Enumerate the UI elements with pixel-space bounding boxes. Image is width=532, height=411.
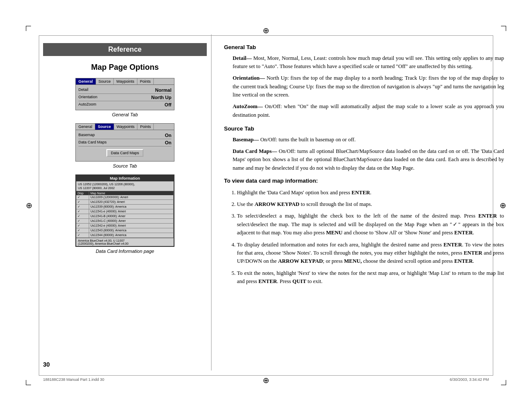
disp-cell-2: ✓ [76, 200, 89, 204]
tab-waypoints: Waypoints [114, 78, 137, 84]
datacardmaps-row: Data Card Maps On [78, 139, 171, 146]
datacard-row-7: ✓ Us11542-e (40000): Ameri [76, 224, 174, 228]
detail-label: Detail [78, 87, 88, 93]
map-page-title: Map Page Options [43, 63, 207, 72]
view-heading: To view data card map information: [224, 177, 504, 185]
orientation-label: Orientation [78, 95, 97, 100]
step-5: To exit the notes, highlight 'Next' to v… [237, 269, 504, 286]
mapname-cell-6: Us11541-C (40000): Amer [89, 219, 174, 223]
source-tab-content: Basemap On Data Card Maps On Data Card M… [76, 130, 174, 161]
mapname-cell-3: Us11539 (80000): America [89, 205, 174, 209]
reference-header: Reference [43, 43, 207, 56]
datacard-table-header: Disp Map Name [76, 191, 174, 195]
left-mark: ⊕ [26, 201, 32, 210]
step-1: Highlight the 'Data Card Maps' option bo… [237, 189, 504, 197]
mapname-cell-1: Us11009 (12000000): Ameri [89, 195, 174, 199]
disp-header: Disp [76, 191, 89, 195]
mapname-header: Map Name [89, 191, 174, 195]
basemap-bold: Basemap— [233, 137, 259, 143]
step4-menu: MENU, [344, 258, 362, 264]
mapname-cell-2: Us11520 (432720): Ameri [89, 200, 174, 204]
column-divider [211, 34, 212, 371]
center-mark-bottom: ⊕ [263, 376, 269, 385]
detail-value: Normal [155, 87, 171, 93]
tab-bar-source: General Source Waypoints Points [76, 124, 174, 130]
step3-menu: MENU [326, 230, 342, 236]
step1-enter: ENTER [352, 190, 370, 196]
mapname-cell-7: Us11542-e (40000): Ameri [89, 224, 174, 228]
source-tab-datacardmaps: Data Card Maps— On/Off: turns all option… [224, 147, 504, 172]
general-tab-orientation: Orientation— North Up: fixes the top of … [224, 74, 504, 99]
datacard-row-3: ✓ Us11539 (80000): America [76, 205, 174, 209]
datacard-info: US 12052 (12000200), US 12206 (80000), U… [76, 181, 174, 191]
disp-cell-6: ✓ [76, 219, 89, 223]
step2-arrowkeypad: ARROW KEYPAD [255, 201, 299, 207]
source-tab-waypoints: Waypoints [114, 124, 138, 130]
disp-cell-3: ✓ [76, 205, 89, 209]
basemap-value: On [165, 133, 171, 138]
tab-general-active: General [76, 78, 96, 84]
general-tab-detail: Detail— Most, More, Normal, Less, Least:… [224, 54, 504, 71]
data-card-maps-button[interactable]: Data Card Maps [106, 149, 143, 157]
datacard-row-8: ✓ Us11543 (80000): America [76, 228, 174, 233]
step4-enter3: ENTER [454, 258, 473, 264]
disp-cell-5: ✓ [76, 214, 89, 218]
tab-bar-general: General Source Waypoints Points [76, 78, 174, 85]
general-tab-screenshot: General Source Waypoints Points Detail N… [75, 78, 174, 110]
step-2: Use the ARROW KEYPAD to scroll through t… [237, 200, 504, 209]
step4-arrowkeypad: ARROW KEYPAD [278, 258, 323, 264]
general-tab-heading: General Tab [224, 43, 504, 52]
step4-enter2: ENTER [464, 250, 482, 256]
general-tab-caption: General Tab [43, 112, 207, 117]
source-tab-heading: Source Tab [224, 125, 504, 133]
disp-cell-7: ✓ [76, 224, 89, 228]
disp-cell-9: ✓ [76, 233, 89, 237]
datacard-row-9: ✓ Us11544 (80000): America [76, 233, 174, 238]
orientation-row: Orientation North Up [78, 94, 171, 101]
mapname-cell-5: Us11541-B (40000): Amer [89, 214, 174, 218]
source-tab-source: Source [95, 124, 114, 130]
border-top [39, 35, 493, 36]
datacard-row-6: ✓ Us11541-C (40000): Amer [76, 219, 174, 224]
source-tab-caption: Source Tab [43, 163, 207, 168]
corner-tl [26, 26, 31, 31]
corner-bl [26, 380, 31, 385]
autozoom-bold: AutoZoom— [233, 103, 263, 109]
step5-quit: QUIT [292, 278, 306, 284]
autozoom-row: AutoZoom Off [78, 101, 171, 108]
detail-row: Detail Normal [78, 87, 171, 94]
page-number: 30 [43, 361, 50, 368]
footer-left: 188188C238 Manual Part 1.indd 30 [43, 377, 104, 382]
step3-enter2: ENTER [454, 230, 473, 236]
datacard-title: Map Information [76, 175, 174, 181]
page-container: ⊕ ⊕ ⊕ ⊕ Reference Map Page Options Gener… [0, 0, 532, 411]
step5-enter: ENTER [258, 278, 277, 284]
border-left [39, 35, 39, 376]
datacard-row-5: ✓ Us11541-B (40000): Amer [76, 214, 174, 219]
disp-cell-8: ✓ [76, 228, 89, 233]
tab-source: Source [96, 78, 114, 84]
step-3: To select/deselect a map, highlight the … [237, 212, 504, 237]
corner-tr [501, 26, 506, 31]
datacard-screenshot: Map Information US 12052 (12000200), US … [75, 174, 174, 247]
datacardmaps-label: Data Card Maps [78, 140, 107, 145]
source-tab-general: General [76, 124, 95, 130]
orientation-value: North Up [151, 95, 171, 100]
datacard-caption: Data Card Information page [43, 249, 207, 254]
source-tab-screenshot: General Source Waypoints Points Basemap … [75, 123, 174, 162]
source-tab-basemap: Basemap— On/Off: turns the built in base… [224, 136, 504, 144]
datacard-footer: America BlueChart v4.00, U 11007 (120002… [76, 238, 174, 246]
mapname-cell-9: Us11544 (80000): America [89, 233, 174, 237]
general-tab-autozoom: AutoZoom— On/Off: when "On" the map will… [224, 103, 504, 119]
corner-br [501, 380, 506, 385]
tab-points: Points [137, 78, 154, 84]
steps-list: Highlight the 'Data Card Maps' option bo… [224, 189, 504, 286]
step4-enter1: ENTER [443, 242, 462, 248]
autozoom-label: AutoZoom [78, 102, 96, 107]
mapname-cell-4: Us11541-e (40000): Ameri [89, 209, 174, 214]
datacardmaps-bold: Data Card Maps— [233, 148, 277, 154]
footer-right: 6/30/2003, 3:34:42 PM [450, 377, 489, 382]
right-column: General Tab Detail— Most, More, Normal, … [224, 43, 504, 289]
step3-enter1: ENTER [478, 213, 497, 219]
source-tab-points: Points [137, 124, 154, 130]
